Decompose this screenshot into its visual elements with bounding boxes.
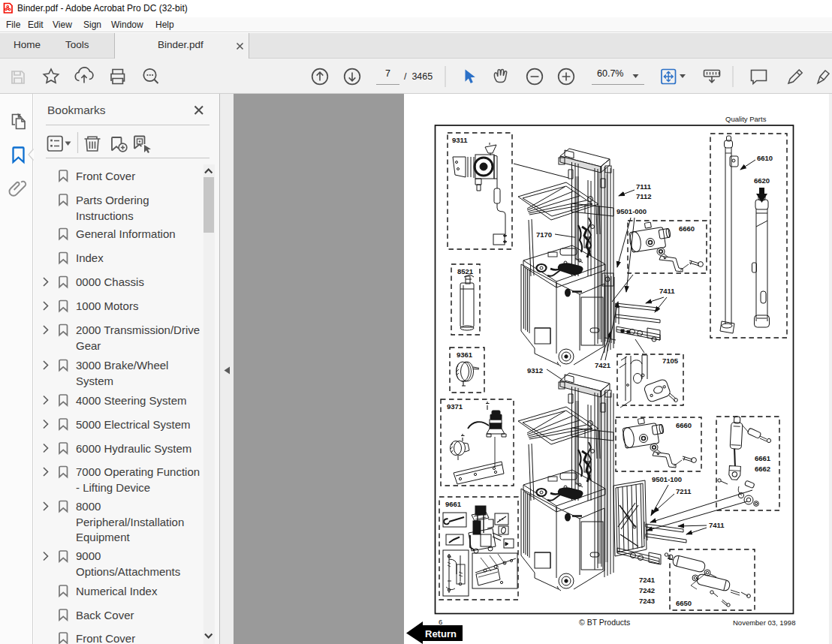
svg-text:November 03, 1998: November 03, 1998 (733, 618, 795, 627)
svg-text:6660: 6660 (676, 421, 692, 429)
svg-text:7411: 7411 (709, 521, 725, 529)
svg-text:7111: 7111 (636, 182, 652, 191)
svg-text:7112: 7112 (636, 192, 652, 200)
svg-text:9661: 9661 (445, 500, 462, 508)
svg-text:7243: 7243 (639, 597, 655, 605)
svg-text:© BT Products: © BT Products (579, 618, 630, 627)
svg-text:7241: 7241 (639, 576, 656, 584)
svg-text:6661: 6661 (755, 454, 771, 462)
svg-text:9312: 9312 (527, 366, 543, 375)
svg-text:6620: 6620 (754, 176, 770, 185)
svg-text:6660: 6660 (679, 224, 695, 233)
svg-text:6610: 6610 (757, 154, 773, 162)
svg-text:6: 6 (439, 618, 442, 626)
svg-text:Quality Parts: Quality Parts (725, 115, 767, 123)
svg-text:9371: 9371 (447, 402, 463, 411)
svg-text:Return: Return (425, 628, 457, 639)
svg-text:8521: 8521 (457, 267, 474, 275)
svg-text:9361: 9361 (457, 351, 473, 359)
svg-text:7242: 7242 (639, 586, 655, 594)
svg-text:6650: 6650 (676, 599, 692, 607)
svg-text:7211: 7211 (676, 487, 692, 495)
svg-text:9311: 9311 (452, 136, 468, 144)
svg-text:7411: 7411 (659, 287, 675, 295)
svg-text:9501-000: 9501-000 (616, 207, 647, 215)
svg-text:7170: 7170 (536, 230, 552, 239)
svg-text:6662: 6662 (755, 465, 770, 473)
svg-text:7105: 7105 (662, 357, 679, 365)
svg-text:7421: 7421 (595, 361, 611, 369)
svg-text:9501-100: 9501-100 (652, 475, 682, 483)
